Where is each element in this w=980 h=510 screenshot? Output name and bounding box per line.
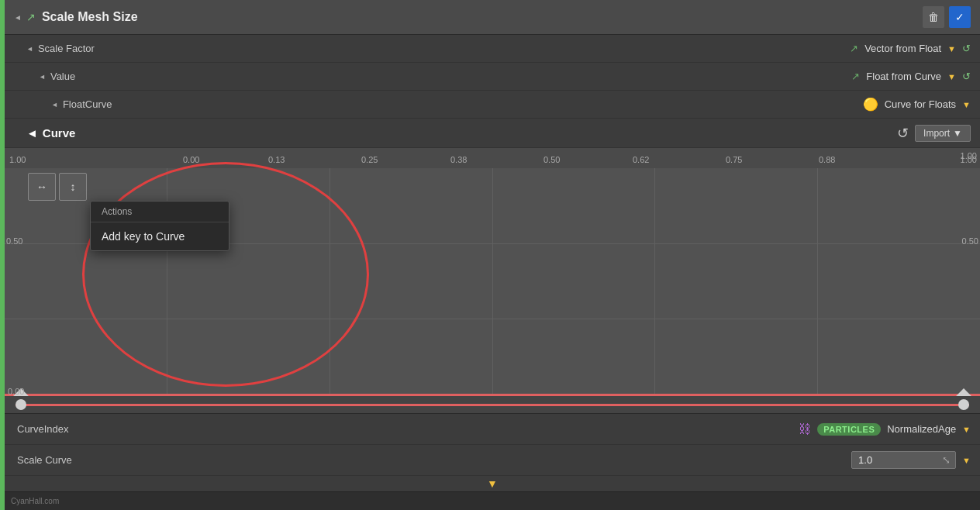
scale-curve-dropdown[interactable]: ▼ [962,456,971,465]
y-label-bottom-left: 0.00 [8,387,24,396]
value-arrow[interactable]: ◄ [39,73,46,81]
value-dropdown[interactable]: ▼ [947,72,956,81]
curve-editor[interactable]: 1.00 0.00 0.13 0.25 0.38 0.50 0.62 0.75 … [5,148,980,414]
value-reset[interactable]: ↺ [962,71,971,82]
grid-line-h-2 [5,319,980,319]
curve-header-row: ◄ Curve ↺ Import ▼ [5,119,980,148]
grid-line-v-3 [492,168,493,396]
float-curve-icon: 🟡 [863,97,878,112]
value-value: ↗ Float from Curve ▼ ↺ [851,71,971,82]
scale-curve-input[interactable] [852,452,937,468]
float-curve-value: 🟡 Curve for Floats ▼ [863,97,971,112]
value-row: ◄ Value ↗ Float from Curve ▼ ↺ [5,63,980,91]
float-curve-label: ◄ FloatCurve [51,98,112,110]
scroll-indicator[interactable]: ▼ [5,476,980,491]
scale-factor-label: ◄ Scale Factor [26,43,95,54]
value-label: ◄ Value [39,71,75,82]
tool-buttons: ↔ ↕ [28,173,87,201]
float-curve-arrow[interactable]: ◄ [51,101,58,109]
x-axis-7: 0.88 [819,155,835,164]
import-dropdown-arrow: ▼ [953,128,962,139]
check-button[interactable]: ✓ [949,6,971,28]
title-actions: 🗑 ✓ [923,6,971,28]
curve-index-dropdown[interactable]: ▼ [962,425,971,434]
footer-text: CyanHall.com [11,497,59,505]
scroll-bar[interactable] [5,396,980,413]
add-key-to-curve-item[interactable]: Add key to Curve [91,222,229,250]
grid-line-v-2 [330,168,330,396]
link-icon: ⛓ [799,422,811,436]
normalized-age-label: NormalizedAge [887,423,956,435]
x-axis-4: 0.50 [543,155,560,164]
scale-factor-row: ◄ Scale Factor ↗ Vector from Float ▼ ↺ [5,35,980,63]
scroll-right-handle[interactable] [958,399,969,410]
float-curve-row: ◄ FloatCurve 🟡 Curve for Floats ▼ [5,91,980,119]
footer-bar: CyanHall.com [5,491,980,510]
curve-index-label: CurveIndex [17,423,95,435]
scale-curve-expand-icon[interactable]: ⤡ [937,454,955,466]
value-icon: ↗ [851,71,860,82]
scale-factor-icon: ↗ [850,43,858,54]
fit-horizontal-button[interactable]: ↔ [28,173,56,201]
y-label-mid-left: 0.50 [6,236,22,246]
scale-factor-dropdown[interactable]: ▼ [947,44,956,53]
scale-factor-value: ↗ Vector from Float ▼ ↺ [850,43,971,54]
x-axis-1: 0.13 [268,155,285,164]
x-axis-5: 0.62 [633,155,649,164]
title-icon: ↗ [26,11,36,23]
context-menu: Actions Add key to Curve [90,201,229,251]
scale-curve-value: ⤡ ▼ [851,451,971,469]
scroll-left-handle[interactable] [16,399,26,410]
y-axis-label-right-top: 1.00 [961,151,977,160]
curve-index-value: ⛓ PARTICLES NormalizedAge ▼ [799,422,971,436]
scroll-track [16,404,969,406]
curve-collapse-arrow[interactable]: ◄ [26,126,38,140]
float-curve-dropdown[interactable]: ▼ [962,100,971,109]
x-axis-3: 0.38 [450,155,467,164]
scale-curve-row: Scale Curve ⤡ ▼ [5,445,980,476]
grid-line-v-4 [654,168,655,396]
grid-line-v-5 [817,168,818,396]
import-button[interactable]: Import ▼ [915,125,971,142]
curve-title: ◄ Curve [26,126,75,140]
x-axis-6: 0.75 [726,155,742,164]
scale-factor-arrow[interactable]: ◄ [26,45,33,53]
x-axis-0: 0.00 [183,155,199,164]
y-axis-label-left-top: 1.00 [9,155,26,164]
scale-factor-reset[interactable]: ↺ [962,43,971,54]
curve-index-row: CurveIndex ⛓ PARTICLES NormalizedAge ▼ [5,414,980,445]
fit-vertical-button[interactable]: ↕ [59,173,87,201]
curve-refresh-icon[interactable]: ↺ [897,125,909,142]
main-container: ◄ ↗ Scale Mesh Size 🗑 ✓ ◄ Scale Factor ↗… [0,0,980,510]
title-collapse-arrow[interactable]: ◄ [14,13,22,22]
bottom-rows: CurveIndex ⛓ PARTICLES NormalizedAge ▼ S… [5,414,980,476]
y-label-mid-right: 0.50 [962,236,978,246]
title-row: ◄ ↗ Scale Mesh Size 🗑 ✓ [5,0,980,35]
scale-curve-label: Scale Curve [17,454,95,466]
particles-badge: PARTICLES [817,423,881,436]
delete-button[interactable]: 🗑 [923,6,944,28]
scroll-down-arrow: ▼ [487,477,498,490]
x-axis-2: 0.25 [361,155,378,164]
panel: ◄ ↗ Scale Mesh Size 🗑 ✓ ◄ Scale Factor ↗… [5,0,980,510]
context-menu-header: Actions [91,202,229,222]
panel-title: Scale Mesh Size [42,10,923,24]
